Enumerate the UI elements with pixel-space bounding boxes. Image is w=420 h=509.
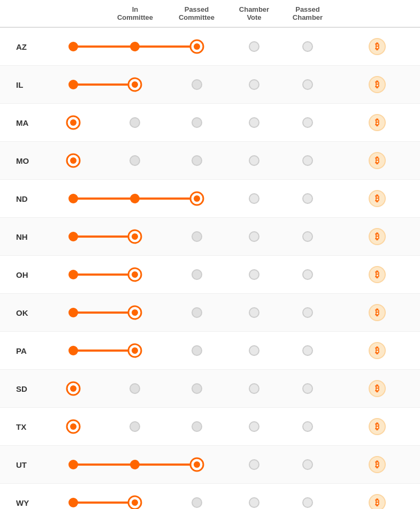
cell-passed-chamber: [281, 269, 334, 280]
passed-chamber-circle: [302, 307, 314, 318]
passed-chamber-circle: [302, 193, 314, 204]
chamber-vote-circle: [248, 459, 260, 470]
cell-chamber-vote: [227, 117, 281, 128]
cell-state: ND: [0, 194, 43, 203]
svg-point-48: [303, 270, 312, 279]
svg-point-77: [68, 460, 78, 469]
svg-point-38: [132, 233, 138, 240]
svg-point-34: [303, 194, 312, 203]
cell-state: PA: [0, 346, 43, 355]
cell-passed-chamber: [281, 383, 334, 394]
col-header-chamber-vote: ChamberVote: [227, 5, 281, 21]
svg-point-11: [132, 81, 138, 88]
svg-point-78: [130, 460, 140, 469]
cell-chamber-vote: [227, 383, 281, 394]
chamber-vote-circle: [248, 193, 260, 204]
cell-chamber-vote: [227, 41, 281, 52]
cell-state: OK: [0, 308, 43, 317]
table-row: OK₿: [0, 294, 420, 332]
legislation-tracker: InCommittee PassedCommittee ChamberVote …: [0, 0, 420, 509]
table-row: OH₿: [0, 256, 420, 294]
cell-chamber-vote: [227, 193, 281, 204]
cell-enacted: ₿: [334, 38, 420, 55]
cell-state: TX: [0, 422, 43, 431]
svg-point-87: [192, 498, 202, 507]
cell-chamber-vote: [227, 231, 281, 242]
passed-chamber-circle: [302, 41, 314, 52]
progress-svg: [43, 142, 227, 179]
cell-state: WY: [0, 498, 43, 507]
svg-point-64: [70, 385, 77, 392]
svg-point-17: [130, 118, 140, 127]
table-row: AZ₿: [0, 28, 420, 66]
progress-svg: [43, 218, 227, 255]
svg-point-80: [194, 461, 200, 468]
progress-track: [43, 142, 227, 179]
svg-point-52: [132, 309, 138, 316]
svg-point-72: [192, 422, 202, 431]
svg-point-55: [303, 308, 312, 317]
cell-passed-chamber: [281, 421, 334, 432]
chamber-vote-circle: [248, 421, 260, 432]
cell-state: NH: [0, 232, 43, 241]
cell-passed-chamber: [281, 117, 334, 128]
passed-chamber-circle: [302, 383, 314, 394]
progress-svg: [43, 484, 227, 509]
cell-enacted: ₿: [334, 418, 420, 435]
progress-svg: [43, 180, 227, 217]
svg-point-62: [303, 346, 312, 355]
svg-point-86: [132, 499, 138, 506]
cell-passed-chamber: [281, 41, 334, 52]
progress-track: [43, 256, 227, 293]
cell-passed-chamber: [281, 79, 334, 90]
col-header-passed-committee: PassedCommittee: [166, 5, 227, 21]
svg-point-50: [68, 308, 78, 317]
table-row: WY₿: [0, 484, 420, 509]
cell-enacted: ₿: [334, 456, 420, 473]
cell-state: AZ: [0, 42, 43, 51]
table-row: MA₿: [0, 104, 420, 142]
progress-track: [43, 408, 227, 445]
table-row: TX₿: [0, 408, 420, 446]
cell-enacted: ₿: [334, 152, 420, 169]
btc-icon: ₿: [369, 380, 386, 397]
svg-point-14: [303, 80, 312, 89]
btc-icon: ₿: [369, 342, 386, 359]
svg-point-88: [249, 498, 259, 507]
svg-point-29: [68, 194, 78, 203]
svg-point-20: [303, 118, 312, 127]
svg-point-19: [249, 118, 259, 127]
progress-track: [43, 28, 227, 65]
cell-passed-chamber: [281, 497, 334, 508]
passed-chamber-circle: [302, 269, 314, 280]
table-row: NH₿: [0, 218, 420, 256]
progress-svg: [43, 294, 227, 331]
cell-chamber-vote: [227, 459, 281, 470]
cell-passed-chamber: [281, 345, 334, 356]
progress-svg: [43, 104, 227, 141]
svg-point-13: [249, 80, 259, 89]
chamber-vote-circle: [248, 497, 260, 508]
svg-point-70: [70, 423, 77, 430]
progress-svg: [43, 66, 227, 103]
cell-state: SD: [0, 384, 43, 393]
btc-icon: ₿: [369, 152, 386, 169]
svg-point-39: [192, 232, 202, 241]
table-row: UT₿: [0, 446, 420, 484]
progress-track: [43, 484, 227, 509]
btc-icon: ₿: [369, 456, 386, 473]
cell-enacted: ₿: [334, 76, 420, 93]
btc-icon: ₿: [369, 494, 386, 509]
svg-point-74: [303, 422, 312, 431]
btc-icon: ₿: [369, 228, 386, 245]
chamber-vote-circle: [248, 41, 260, 52]
svg-point-32: [194, 195, 200, 202]
table-row: MO₿: [0, 142, 420, 180]
cell-state: MA: [0, 118, 43, 127]
svg-point-54: [249, 308, 259, 317]
svg-point-46: [192, 270, 202, 279]
svg-point-45: [132, 271, 138, 278]
cell-chamber-vote: [227, 307, 281, 318]
svg-point-68: [303, 384, 312, 393]
cell-chamber-vote: [227, 155, 281, 166]
